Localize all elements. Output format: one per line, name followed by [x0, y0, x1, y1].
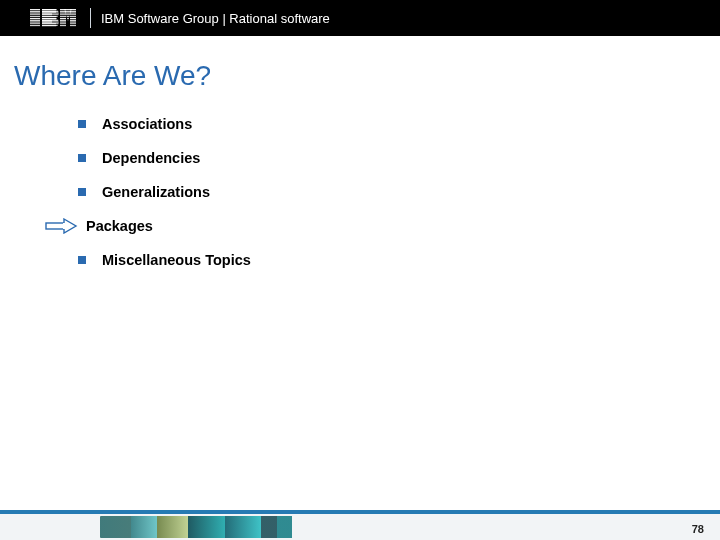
svg-rect-4 — [52, 16, 56, 20]
agenda-item: Miscellaneous Topics — [78, 250, 720, 270]
agenda-item: Dependencies — [78, 148, 720, 168]
agenda-item-label: Generalizations — [102, 184, 210, 200]
agenda-item-label: Packages — [86, 218, 153, 234]
svg-rect-9 — [46, 223, 64, 229]
svg-rect-2 — [42, 9, 52, 27]
agenda-item-current: Packages — [78, 216, 720, 236]
header-divider — [90, 8, 91, 28]
slide-title: Where Are We? — [14, 60, 720, 92]
agenda-item: Associations — [78, 114, 720, 134]
square-bullet-icon — [78, 256, 86, 264]
agenda-list: Associations Dependencies Generalization… — [78, 114, 720, 270]
agenda-item-label: Miscellaneous Topics — [102, 252, 251, 268]
header-bar: IBM Software Group | Rational software — [0, 0, 720, 36]
square-bullet-icon — [78, 188, 86, 196]
square-bullet-icon — [78, 154, 86, 162]
ibm-logo — [30, 9, 76, 27]
svg-rect-11 — [63, 223, 65, 229]
svg-rect-1 — [30, 9, 40, 27]
footer-band: 78 — [0, 514, 720, 540]
agenda-item-label: Dependencies — [102, 150, 200, 166]
agenda-item-label: Associations — [102, 116, 192, 132]
page-number: 78 — [692, 523, 704, 535]
footer-decorative-image — [100, 516, 360, 538]
svg-rect-3 — [52, 9, 56, 13]
svg-marker-10 — [64, 219, 76, 233]
square-bullet-icon — [78, 120, 86, 128]
svg-rect-5 — [52, 23, 56, 27]
agenda-item: Generalizations — [78, 182, 720, 202]
header-text: IBM Software Group | Rational software — [101, 11, 330, 26]
arrow-right-icon — [44, 218, 78, 234]
